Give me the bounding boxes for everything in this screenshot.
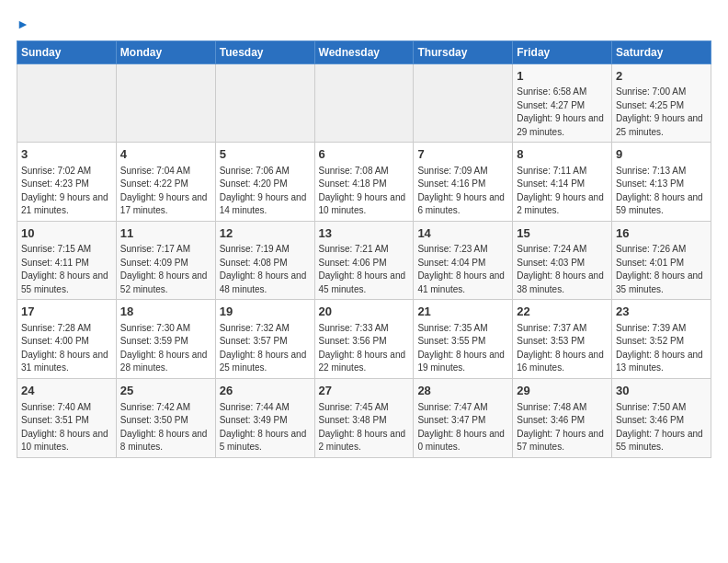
day-info: Sunrise: 7:44 AM Sunset: 3:49 PM Dayligh… [220,402,307,453]
calendar-week-2: 3Sunrise: 7:02 AM Sunset: 4:23 PM Daylig… [17,143,711,222]
day-number: 7 [417,146,508,163]
day-info: Sunrise: 7:04 AM Sunset: 4:22 PM Dayligh… [120,166,208,216]
calendar-cell: 26Sunrise: 7:44 AM Sunset: 3:49 PM Dayli… [215,378,314,457]
day-info: Sunrise: 7:35 AM Sunset: 3:55 PM Dayligh… [417,323,505,373]
day-number: 18 [120,304,211,320]
header-day-monday: Monday [116,40,215,63]
calendar-table: SundayMondayTuesdayWednesdayThursdayFrid… [17,40,711,458]
calendar-week-3: 10Sunrise: 7:15 AM Sunset: 4:11 PM Dayli… [17,221,711,300]
calendar-cell [116,63,215,143]
day-number: 8 [517,146,608,163]
calendar-cell: 2Sunrise: 7:00 AM Sunset: 4:25 PM Daylig… [612,63,711,143]
calendar-header-row: SundayMondayTuesdayWednesdayThursdayFrid… [17,40,711,63]
day-number: 17 [21,304,112,320]
calendar-cell: 10Sunrise: 7:15 AM Sunset: 4:11 PM Dayli… [17,221,117,300]
calendar-cell: 11Sunrise: 7:17 AM Sunset: 4:09 PM Dayli… [116,221,215,300]
day-number: 9 [616,146,707,163]
calendar-cell: 15Sunrise: 7:24 AM Sunset: 4:03 PM Dayli… [513,221,612,300]
calendar-cell: 17Sunrise: 7:28 AM Sunset: 4:00 PM Dayli… [17,300,117,379]
day-info: Sunrise: 7:02 AM Sunset: 4:23 PM Dayligh… [21,166,108,216]
calendar-cell: 6Sunrise: 7:08 AM Sunset: 4:18 PM Daylig… [314,143,414,222]
day-info: Sunrise: 7:32 AM Sunset: 3:57 PM Dayligh… [220,323,307,373]
day-number: 22 [517,304,608,320]
header-day-friday: Friday [513,40,612,63]
calendar-cell: 14Sunrise: 7:23 AM Sunset: 4:04 PM Dayli… [414,221,513,300]
day-number: 21 [417,304,508,320]
day-info: Sunrise: 7:26 AM Sunset: 4:01 PM Dayligh… [616,244,703,294]
day-info: Sunrise: 7:50 AM Sunset: 3:46 PM Dayligh… [616,402,703,453]
logo-line1: ► [17,15,29,33]
day-info: Sunrise: 7:42 AM Sunset: 3:50 PM Dayligh… [120,402,208,453]
day-info: Sunrise: 7:33 AM Sunset: 3:56 PM Dayligh… [319,323,406,373]
logo: ► [17,15,29,33]
day-number: 30 [616,383,707,399]
calendar-week-4: 17Sunrise: 7:28 AM Sunset: 4:00 PM Dayli… [17,300,711,379]
day-number: 13 [319,225,410,242]
day-number: 11 [120,225,211,242]
day-info: Sunrise: 7:11 AM Sunset: 4:14 PM Dayligh… [517,166,604,216]
day-info: Sunrise: 7:09 AM Sunset: 4:16 PM Dayligh… [417,166,505,216]
header-day-saturday: Saturday [612,40,711,63]
header-day-wednesday: Wednesday [314,40,414,63]
header-day-tuesday: Tuesday [215,40,314,63]
day-info: Sunrise: 6:58 AM Sunset: 4:27 PM Dayligh… [517,86,604,137]
calendar-cell [314,63,414,143]
calendar-cell: 13Sunrise: 7:21 AM Sunset: 4:06 PM Dayli… [314,221,414,300]
calendar-cell: 27Sunrise: 7:45 AM Sunset: 3:48 PM Dayli… [314,378,414,457]
day-number: 12 [220,225,311,242]
calendar-cell: 30Sunrise: 7:50 AM Sunset: 3:46 PM Dayli… [612,378,711,457]
header: ► [17,15,711,33]
calendar-cell: 4Sunrise: 7:04 AM Sunset: 4:22 PM Daylig… [116,143,215,222]
day-number: 29 [517,383,608,399]
page: ► SundayMondayTuesdayWednesdayThursdayFr… [0,0,728,467]
calendar-cell: 8Sunrise: 7:11 AM Sunset: 4:14 PM Daylig… [513,143,612,222]
calendar-cell: 3Sunrise: 7:02 AM Sunset: 4:23 PM Daylig… [17,143,117,222]
day-number: 27 [319,383,410,399]
calendar-cell: 5Sunrise: 7:06 AM Sunset: 4:20 PM Daylig… [215,143,314,222]
day-number: 3 [21,146,112,163]
day-number: 25 [120,383,211,399]
calendar-cell: 29Sunrise: 7:48 AM Sunset: 3:46 PM Dayli… [513,378,612,457]
day-number: 23 [616,304,707,320]
day-number: 19 [220,304,311,320]
calendar-cell: 20Sunrise: 7:33 AM Sunset: 3:56 PM Dayli… [314,300,414,379]
calendar-week-5: 24Sunrise: 7:40 AM Sunset: 3:51 PM Dayli… [17,378,711,457]
day-info: Sunrise: 7:17 AM Sunset: 4:09 PM Dayligh… [120,244,208,294]
day-info: Sunrise: 7:08 AM Sunset: 4:18 PM Dayligh… [319,166,406,216]
calendar-week-1: 1Sunrise: 6:58 AM Sunset: 4:27 PM Daylig… [17,63,711,143]
day-number: 16 [616,225,707,242]
day-info: Sunrise: 7:06 AM Sunset: 4:20 PM Dayligh… [220,166,307,216]
day-info: Sunrise: 7:13 AM Sunset: 4:13 PM Dayligh… [616,166,703,216]
calendar-cell: 7Sunrise: 7:09 AM Sunset: 4:16 PM Daylig… [414,143,513,222]
calendar-cell: 28Sunrise: 7:47 AM Sunset: 3:47 PM Dayli… [414,378,513,457]
calendar-cell: 12Sunrise: 7:19 AM Sunset: 4:08 PM Dayli… [215,221,314,300]
day-number: 20 [319,304,410,320]
day-info: Sunrise: 7:00 AM Sunset: 4:25 PM Dayligh… [616,86,703,137]
calendar-cell: 19Sunrise: 7:32 AM Sunset: 3:57 PM Dayli… [215,300,314,379]
calendar-cell [17,63,117,143]
day-number: 4 [120,146,211,163]
day-info: Sunrise: 7:24 AM Sunset: 4:03 PM Dayligh… [517,244,604,294]
day-info: Sunrise: 7:30 AM Sunset: 3:59 PM Dayligh… [120,323,208,373]
day-info: Sunrise: 7:47 AM Sunset: 3:47 PM Dayligh… [417,402,505,453]
calendar-cell: 22Sunrise: 7:37 AM Sunset: 3:53 PM Dayli… [513,300,612,379]
day-info: Sunrise: 7:19 AM Sunset: 4:08 PM Dayligh… [220,244,307,294]
header-day-sunday: Sunday [17,40,117,63]
day-number: 2 [616,68,707,85]
day-info: Sunrise: 7:37 AM Sunset: 3:53 PM Dayligh… [517,323,604,373]
calendar-cell: 1Sunrise: 6:58 AM Sunset: 4:27 PM Daylig… [513,63,612,143]
calendar-cell: 21Sunrise: 7:35 AM Sunset: 3:55 PM Dayli… [414,300,513,379]
calendar-cell: 25Sunrise: 7:42 AM Sunset: 3:50 PM Dayli… [116,378,215,457]
day-info: Sunrise: 7:21 AM Sunset: 4:06 PM Dayligh… [319,244,406,294]
day-number: 15 [517,225,608,242]
calendar-cell [215,63,314,143]
calendar-cell: 23Sunrise: 7:39 AM Sunset: 3:52 PM Dayli… [612,300,711,379]
day-number: 1 [517,68,608,85]
day-number: 6 [319,146,410,163]
calendar-cell: 16Sunrise: 7:26 AM Sunset: 4:01 PM Dayli… [612,221,711,300]
day-info: Sunrise: 7:40 AM Sunset: 3:51 PM Dayligh… [21,402,108,453]
day-info: Sunrise: 7:39 AM Sunset: 3:52 PM Dayligh… [616,323,703,373]
day-number: 5 [220,146,311,163]
day-info: Sunrise: 7:23 AM Sunset: 4:04 PM Dayligh… [417,244,505,294]
day-info: Sunrise: 7:48 AM Sunset: 3:46 PM Dayligh… [517,402,604,453]
